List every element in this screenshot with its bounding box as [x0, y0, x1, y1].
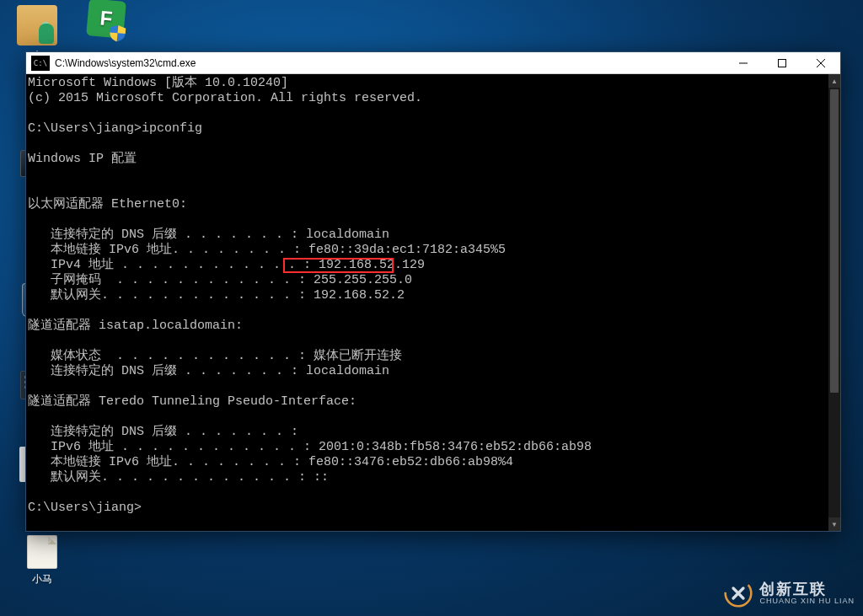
terminal-area: Microsoft Windows [版本 10.0.10240] (c) 20… — [26, 74, 840, 531]
maximize-button[interactable] — [763, 52, 801, 74]
scrollbar-up-arrow[interactable]: ▲ — [828, 74, 840, 88]
desktop-icon-label: 小马 — [17, 572, 67, 587]
fiddler-icon: F — [86, 0, 126, 39]
scrollbar-down-arrow[interactable]: ▼ — [828, 517, 840, 531]
watermark-title: 创新互联 — [759, 581, 855, 597]
terminal-scrollbar[interactable]: ▲ ▼ — [828, 74, 840, 531]
ipv4-highlight-box — [283, 258, 394, 273]
desktop-icon-fiddler[interactable]: F — [81, 0, 131, 40]
minimize-button[interactable] — [724, 52, 763, 74]
terminal-output[interactable]: Microsoft Windows [版本 10.0.10240] (c) 20… — [26, 74, 828, 531]
desktop-icon-textfile[interactable]: 小马 — [17, 535, 67, 587]
cmd-icon: C:\ — [31, 56, 50, 71]
window-titlebar[interactable]: C:\ C:\Windows\system32\cmd.exe — [26, 52, 840, 74]
user-folder-icon — [17, 5, 57, 46]
watermark-subtitle: CHUANG XIN HU LIAN — [759, 597, 855, 605]
svg-rect-0 — [779, 59, 786, 67]
window-title: C:\Windows\system32\cmd.exe — [55, 57, 196, 69]
scrollbar-thumb[interactable] — [830, 89, 839, 393]
cmd-window: C:\ C:\Windows\system32\cmd.exe Microsof… — [25, 51, 841, 532]
close-button[interactable] — [801, 52, 840, 74]
watermark: 创新互联 CHUANG XIN HU LIAN — [724, 579, 855, 608]
textfile-icon — [27, 535, 57, 569]
uac-shield-icon — [108, 22, 128, 44]
watermark-logo-icon — [724, 579, 753, 608]
